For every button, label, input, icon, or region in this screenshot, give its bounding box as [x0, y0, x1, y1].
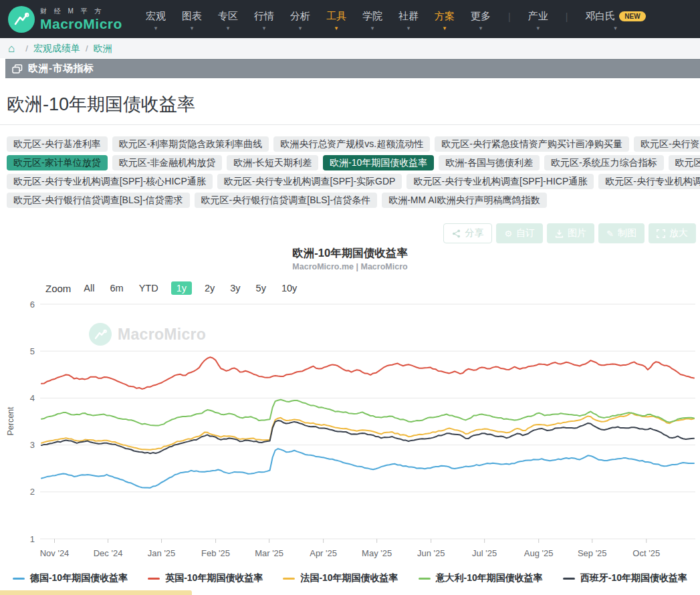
range-option-5y[interactable]: 5y: [253, 281, 269, 295]
chart-tag[interactable]: 欧元区-央行专业机构调查[SP: [598, 174, 700, 189]
chart-tag[interactable]: 欧元区-央行基准利率: [7, 136, 108, 152]
chart-tag[interactable]: 欧元区-非金融机构放贷: [112, 155, 223, 170]
chart-tag[interactable]: 欧元区-系统压力综合指标: [544, 155, 664, 170]
chart-subtitle: MacroMicro.me | MacroMicro: [0, 262, 700, 271]
nav-item-分析[interactable]: 分析▾: [290, 6, 310, 32]
chart-tag[interactable]: 欧元区-央行银行信贷调查[BLS]-信贷需求: [7, 193, 190, 208]
chevron-down-icon: ▾: [443, 25, 447, 31]
x-axis-tick-label: Nov '24: [40, 548, 70, 558]
chart-tag[interactable]: 欧元区-央行专业机构调查[SPF]-核心HICP通胀: [7, 174, 213, 189]
toolbar-button-label: 自订: [516, 227, 535, 239]
page: 财 经 M 平 方 MacroMicro 宏观▾图表▾专区▾行情▾分析▾工具▾学…: [0, 0, 700, 595]
nav-item-社群[interactable]: 社群▾: [398, 6, 419, 32]
share-icon: [452, 229, 461, 238]
nav-item-宏观[interactable]: 宏观▾: [146, 6, 166, 32]
download-button[interactable]: 图片: [547, 223, 594, 243]
nav-item-label: 宏观: [146, 10, 166, 23]
chart-tag[interactable]: 欧元区-央行专业机构调查[SPF]-实际GDP: [217, 174, 402, 189]
legend-color-dash: [13, 578, 25, 580]
legend-item[interactable]: 法国-10年期国债收益率: [283, 572, 398, 584]
chart-toolbar: 分享⚙自订图片✎制图放大: [443, 223, 696, 243]
nav-item-工具[interactable]: 工具▾: [326, 6, 346, 32]
chart-tag[interactable]: 欧洲-长短天期利差: [227, 155, 318, 170]
chart-tag[interactable]: 欧元区-央行银行信贷调查[BLS]-信贷条件: [195, 193, 378, 208]
tag-row: 欧元区-家计单位放贷欧元区-非金融机构放贷欧洲-长短天期利差欧洲-10年期国债收…: [7, 155, 700, 170]
chart-tag[interactable]: 欧元区-央行资产负: [634, 136, 700, 152]
range-option-6m[interactable]: 6m: [107, 281, 126, 295]
nav-item-学院[interactable]: 学院▾: [362, 6, 382, 32]
nav-separator: |: [508, 11, 511, 27]
range-option-2y[interactable]: 2y: [202, 281, 217, 295]
series-line-英国-10年期国债收益率[interactable]: [41, 357, 694, 389]
nav-item-邓白氏[interactable]: 邓白氏NEW▾: [585, 6, 645, 32]
y-axis-tick-label: 1: [30, 534, 35, 544]
range-option-3y[interactable]: 3y: [227, 281, 243, 295]
chart-tag[interactable]: 欧元区-消费: [669, 155, 700, 170]
legend-color-dash: [148, 578, 160, 580]
nav-item-label: 社群: [398, 10, 419, 23]
breadcrumb-link[interactable]: 宏观成绩单: [33, 43, 80, 53]
chart-tag[interactable]: 欧元区-利率期货隐含政策利率曲线: [112, 136, 269, 152]
toolbar-button-label: 图片: [568, 227, 586, 239]
series-line-德国-10年期国债收益率[interactable]: [41, 449, 694, 488]
range-option-YTD[interactable]: YTD: [136, 281, 161, 295]
nav-item-专区[interactable]: 专区▾: [218, 6, 238, 32]
nav-item-产业[interactable]: 产业▾: [528, 6, 548, 32]
home-icon[interactable]: ⌂: [8, 43, 15, 54]
nav-item-图表[interactable]: 图表▾: [182, 6, 202, 32]
x-axis-tick-label: Jun '25: [417, 548, 445, 558]
chevron-down-icon: ▾: [154, 25, 158, 31]
section-title: 欧洲-市场指标: [28, 62, 94, 75]
collection-icon: [12, 64, 23, 74]
nav-item-更多[interactable]: 更多▾: [471, 6, 491, 32]
chart-tag[interactable]: 欧洲央行总资产规模vs.超额流动性: [273, 136, 430, 152]
chevron-down-icon: ▾: [614, 25, 617, 31]
nav-item-label: 分析: [290, 10, 310, 23]
series-line-意大利-10年期国债收益率[interactable]: [41, 400, 694, 426]
y-axis-tick-label: 4: [30, 393, 35, 403]
range-selector: Zoom All6mYTD1y2y3y5y10y: [45, 281, 300, 295]
legend-item[interactable]: 意大利-10年期国债收益率: [419, 572, 543, 584]
toolbar-button-label: 放大: [669, 227, 688, 239]
legend-item[interactable]: 西班牙-10年期国债收益率: [563, 572, 687, 584]
chevron-down-icon: ▾: [227, 25, 230, 31]
breadcrumb-link[interactable]: 欧洲: [94, 43, 112, 53]
nav-item-行情[interactable]: 行情▾: [254, 6, 274, 32]
range-option-All[interactable]: All: [81, 281, 97, 295]
legend-item[interactable]: 德国-10年期国债收益率: [13, 572, 128, 584]
x-axis-tick-label: Feb '25: [201, 548, 230, 558]
chart-tag-active[interactable]: 欧元区-家计单位放贷: [7, 155, 108, 170]
legend-item[interactable]: 英国-10年期国债收益率: [148, 572, 263, 584]
pencil-button[interactable]: ✎制图: [598, 223, 645, 243]
chart-tag[interactable]: 欧洲-各国与德债利差: [439, 155, 540, 170]
chart-watermark: MacroMicro: [89, 323, 206, 346]
series-line-法国-10年期国债收益率[interactable]: [41, 413, 694, 450]
chart-tag[interactable]: 欧元区-央行紧急疫情资产购买计画净购买量: [435, 136, 629, 152]
chart-tag[interactable]: 欧元区-央行专业机构调查[SPF]-HICP通胀: [406, 174, 594, 189]
expand-button[interactable]: 放大: [649, 223, 696, 243]
breadcrumb: ⌂ /宏观成绩单/欧洲: [0, 38, 700, 58]
chevron-down-icon: ▾: [371, 25, 374, 31]
chart-tag[interactable]: 欧洲-MM AI欧洲央行声明稿鹰鸽指数: [382, 193, 546, 208]
y-axis-tick-label: 6: [30, 301, 35, 310]
share-button[interactable]: 分享: [443, 223, 492, 243]
gear-button[interactable]: ⚙自订: [496, 223, 543, 243]
legend-color-dash: [419, 578, 431, 580]
tag-row: 欧元区-央行基准利率欧元区-利率期货隐含政策利率曲线欧洲央行总资产规模vs.超额…: [7, 136, 700, 152]
brand-name: MacroMicro: [40, 17, 122, 31]
range-option-10y[interactable]: 10y: [279, 281, 300, 295]
watermark-logo-icon: [89, 323, 112, 346]
chart-tag-selected[interactable]: 欧洲-10年期国债收益率: [323, 155, 434, 170]
chevron-down-icon: ▾: [479, 25, 483, 31]
macromicro-logo-icon: [8, 6, 35, 33]
range-option-1y[interactable]: 1y: [171, 281, 192, 295]
legend-label: 西班牙-10年期国债收益率: [580, 572, 687, 584]
x-axis-tick-label: Jan '25: [148, 548, 176, 558]
partial-bottom-banner: [0, 590, 192, 595]
nav-item-方案[interactable]: 方案▾: [435, 6, 455, 32]
x-axis-tick-label: Aug '25: [524, 548, 554, 558]
nav-item-label: 专区: [218, 10, 238, 23]
brand-logo[interactable]: 财 经 M 平 方 MacroMicro: [8, 6, 122, 33]
x-axis-tick-label: Apr '25: [310, 548, 337, 558]
x-axis-tick-label: Sep '25: [578, 548, 607, 558]
